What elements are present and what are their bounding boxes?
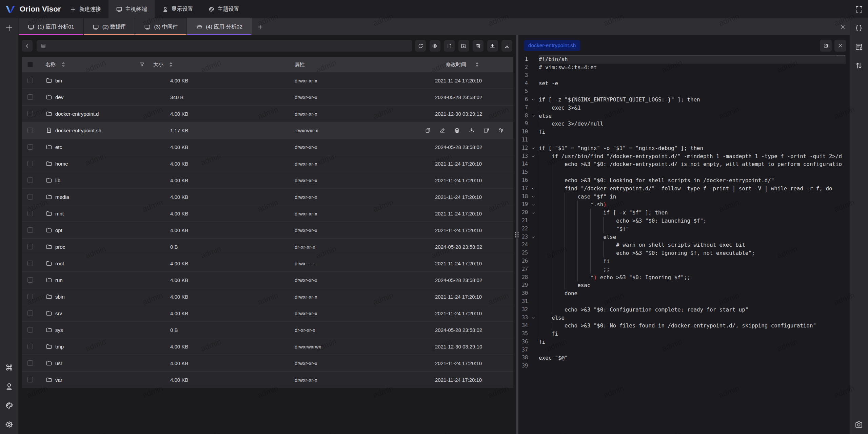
file-row-sbin[interactable]: sbin4.00 KBdrwxr-xr-x2021-11-24 17:20:10	[22, 288, 513, 305]
upload-button[interactable]	[487, 40, 498, 52]
delete-button[interactable]	[473, 40, 484, 52]
tab-2[interactable]: (2) 数据库	[84, 18, 136, 35]
row-checkbox[interactable]	[27, 177, 33, 183]
new-file-button[interactable]	[444, 40, 455, 52]
row-action-download[interactable]	[469, 127, 475, 133]
row-checkbox[interactable]	[27, 194, 33, 200]
nav-item-new-connection[interactable]: 新建连接	[62, 0, 108, 18]
row-action-permission[interactable]	[498, 127, 504, 133]
tab-1[interactable]: (1) 应用-分析01	[18, 18, 84, 35]
file-row-root[interactable]: root4.00 KBdrwx------2021-11-24 17:20:10	[22, 255, 513, 272]
column-header-size[interactable]: 大小	[153, 61, 163, 68]
row-checkbox[interactable]	[27, 327, 33, 333]
nav-item-display-settings[interactable]: 显示设置	[155, 0, 201, 18]
back-button[interactable]	[22, 40, 33, 52]
file-size: 4.00 KB	[170, 211, 188, 216]
preview-button[interactable]	[430, 40, 440, 52]
row-action-copy[interactable]	[425, 127, 431, 133]
rail-button-doc-bookmark[interactable]	[854, 42, 863, 51]
fold-chevron-icon[interactable]	[530, 144, 536, 152]
folder-icon	[46, 277, 52, 283]
row-action-edit[interactable]	[439, 127, 446, 133]
file-row-bin[interactable]: bin4.00 KBdrwxr-xr-x2021-11-24 17:20:10	[22, 72, 513, 89]
rail-button-transfer-list[interactable]	[854, 61, 863, 70]
rail-button-code-snippets[interactable]	[854, 24, 863, 33]
fold-chevron-icon[interactable]	[530, 201, 536, 209]
file-row-var[interactable]: var4.00 KBdrwxr-xr-x2021-11-24 17:20:10	[22, 372, 513, 388]
row-checkbox[interactable]	[27, 277, 33, 283]
file-row-proc[interactable]: proc0 Bdr-xr-xr-x2024-05-28 23:58:02	[22, 239, 513, 255]
download-button[interactable]	[501, 40, 512, 52]
fullscreen-button[interactable]	[850, 0, 868, 18]
file-row-opt[interactable]: opt4.00 KBdrwxr-xr-x2021-11-24 17:20:10	[22, 222, 513, 239]
file-row-docker-entrypoint.sh[interactable]: docker-entrypoint.sh1.17 KB-rwxrwxr-x	[22, 122, 513, 139]
file-row-mnt[interactable]: mnt4.00 KBdrwxr-xr-x2021-11-24 17:20:10	[22, 205, 513, 222]
rail-button-screenshot[interactable]	[854, 420, 863, 429]
row-checkbox[interactable]	[27, 244, 33, 249]
file-row-tmp[interactable]: tmp4.00 KBdrwxrwxrwx2021-12-30 03:29:10	[22, 338, 513, 355]
sort-carets-icon[interactable]	[475, 62, 479, 68]
fold-chevron-icon[interactable]	[530, 96, 536, 104]
new-folder-button[interactable]	[458, 40, 469, 52]
sort-carets-icon[interactable]	[61, 62, 66, 68]
new-tab-button[interactable]	[253, 18, 268, 35]
tab-4[interactable]: (4) 应用-分析02	[187, 18, 252, 35]
rail-button-settings[interactable]	[5, 420, 14, 429]
column-header-name[interactable]: 名称	[45, 61, 56, 68]
nav-item-theme-settings[interactable]: 主题设置	[201, 0, 247, 18]
filter-icon[interactable]	[139, 62, 145, 68]
file-row-media[interactable]: media4.00 KBdrwxr-xr-x2021-11-24 17:20:1…	[22, 189, 513, 205]
refresh-button[interactable]	[415, 40, 426, 52]
tab-3[interactable]: (3) 中间件	[135, 18, 187, 35]
editor-filename-chip[interactable]: docker-entrypoint.sh	[524, 40, 580, 51]
file-size: 1.17 KB	[170, 128, 188, 133]
row-checkbox[interactable]	[27, 310, 33, 316]
rail-button-user[interactable]	[5, 382, 14, 391]
row-checkbox[interactable]	[27, 111, 33, 116]
column-header-mtime[interactable]: 修改时间	[446, 61, 466, 68]
row-checkbox[interactable]	[27, 227, 33, 233]
row-checkbox[interactable]	[27, 128, 33, 133]
fold-chevron-icon[interactable]	[530, 233, 536, 241]
row-checkbox[interactable]	[27, 161, 33, 166]
file-row-home[interactable]: home4.00 KBdrwxr-xr-x2021-11-24 17:20:10	[22, 155, 513, 172]
file-row-run[interactable]: run4.00 KBdrwxr-xr-x2024-05-28 23:58:02	[22, 272, 513, 288]
select-all-checkbox[interactable]	[27, 62, 33, 67]
file-row-docker-entrypoint.d[interactable]: docker-entrypoint.d4.00 KBdrwxr-xr-x2021…	[22, 106, 513, 122]
row-checkbox[interactable]	[27, 360, 33, 366]
file-row-lib[interactable]: lib4.00 KBdrwxr-xr-x2021-11-24 17:20:10	[22, 172, 513, 189]
close-all-tabs-button[interactable]	[840, 18, 846, 35]
line-number: 6	[518, 96, 528, 104]
row-checkbox[interactable]	[27, 344, 33, 349]
path-input[interactable]	[37, 40, 412, 52]
row-checkbox[interactable]	[27, 211, 33, 216]
fold-chevron-icon[interactable]	[530, 185, 536, 193]
file-row-srv[interactable]: srv4.00 KBdrwxr-xr-x2021-11-24 17:20:10	[22, 305, 513, 322]
file-row-dev[interactable]: dev340 Bdrwxr-xr-x2024-05-28 23:58:02	[22, 89, 513, 106]
sort-carets-icon[interactable]	[169, 62, 173, 68]
row-checkbox[interactable]	[27, 94, 33, 100]
fold-chevron-icon[interactable]	[530, 209, 536, 217]
rail-button-theme[interactable]	[5, 401, 14, 410]
file-row-usr[interactable]: usr4.00 KBdrwxr-xr-x2021-11-24 17:20:10	[22, 355, 513, 372]
row-checkbox[interactable]	[27, 144, 33, 150]
row-checkbox[interactable]	[27, 78, 33, 83]
row-checkbox[interactable]	[27, 377, 33, 382]
file-row-sys[interactable]: sys0 Bdr-xr-xr-x2024-05-28 23:58:02	[22, 322, 513, 338]
code-editor[interactable]: 1#!/bin/sh2# vim:sw=4:ts=4:et34set -e56i…	[518, 55, 850, 434]
editor-close-button[interactable]	[834, 40, 846, 52]
row-checkbox[interactable]	[27, 294, 33, 299]
panel-splitter[interactable]	[516, 35, 518, 434]
file-row-etc[interactable]: etc4.00 KBdrwxr-xr-x2024-05-28 23:58:02	[22, 139, 513, 155]
nav-item-host-terminal[interactable]: 主机终端	[108, 0, 155, 18]
fold-chevron-icon[interactable]	[530, 193, 536, 201]
save-button[interactable]	[820, 40, 832, 52]
row-action-move[interactable]	[483, 127, 489, 133]
rail-button-shortcuts[interactable]	[5, 363, 14, 372]
fold-chevron-icon[interactable]	[530, 152, 536, 161]
rail-button-new-connection[interactable]	[5, 23, 14, 32]
row-checkbox[interactable]	[27, 261, 33, 266]
fold-chevron-icon[interactable]	[530, 314, 536, 322]
fold-chevron-icon[interactable]	[530, 112, 536, 120]
row-action-delete[interactable]	[454, 127, 460, 133]
